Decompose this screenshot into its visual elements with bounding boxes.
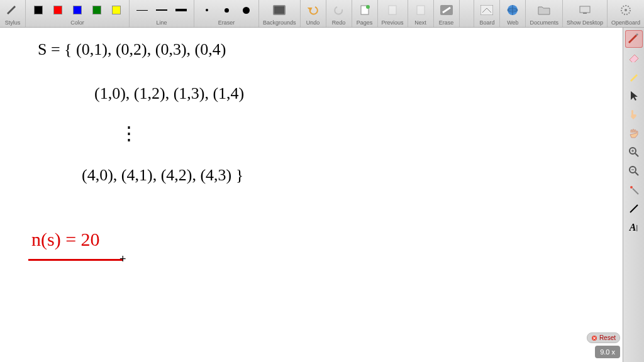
reset-label: Reset	[599, 334, 616, 341]
previous-button[interactable]	[384, 2, 401, 18]
color-black[interactable]	[30, 2, 47, 18]
undo-group: Undo	[301, 0, 326, 27]
redo-button[interactable]	[330, 2, 348, 18]
undo-button[interactable]	[304, 2, 322, 18]
board-button[interactable]	[478, 2, 496, 18]
eraser-tool[interactable]	[625, 49, 643, 67]
svg-rect-10	[580, 6, 590, 13]
svg-rect-7	[480, 5, 493, 15]
backgrounds-label: Backgrounds	[263, 19, 296, 26]
handwriting-result: n(s) = 20	[31, 229, 100, 250]
svg-point-16	[630, 186, 633, 189]
stylus-group: Stylus	[0, 0, 26, 27]
web-label: Web	[507, 19, 518, 26]
previous-group: Previous	[378, 0, 408, 27]
openboard-group: OpenBoard	[608, 0, 644, 27]
color-label: Color	[70, 19, 84, 26]
pages-label: Pages	[357, 19, 373, 26]
text-tool[interactable]: A|	[625, 219, 643, 236]
crosshair-cursor: +	[119, 253, 126, 266]
top-toolbar: Stylus Color Line Eraser Backgrounds	[0, 0, 644, 28]
zoom-indicator[interactable]: 9.0 x	[595, 346, 620, 358]
pointer-tool[interactable]	[625, 87, 643, 104]
line-group: Line	[130, 0, 194, 27]
eraser-size-group: Eraser	[194, 0, 259, 27]
handwriting-line-1: S = { (0,1), (0,2), (0,3), (0,4)	[38, 40, 226, 59]
color-group: Color	[26, 0, 130, 27]
line-medium[interactable]	[153, 2, 170, 18]
erase-button[interactable]	[438, 2, 455, 18]
stylus-pen-icon[interactable]	[4, 2, 21, 18]
next-label: Next	[414, 19, 426, 26]
red-underline	[28, 259, 123, 261]
eraser-label: Eraser	[218, 19, 235, 26]
pages-button[interactable]	[356, 2, 374, 18]
color-blue[interactable]	[69, 2, 86, 18]
reset-badge[interactable]: Reset	[587, 332, 620, 343]
svg-rect-1	[274, 6, 284, 14]
eraser-small[interactable]	[198, 2, 216, 18]
board-label: Board	[479, 19, 494, 26]
redo-label: Redo	[332, 19, 346, 26]
line-tool[interactable]	[625, 200, 643, 217]
eraser-large[interactable]	[237, 2, 255, 18]
hand-point-tool[interactable]	[625, 106, 643, 123]
svg-point-13	[625, 9, 627, 11]
laser-tool[interactable]	[625, 181, 643, 199]
zoom-in-tool[interactable]	[625, 143, 643, 161]
openboard-button[interactable]	[617, 2, 635, 18]
line-label: Line	[156, 19, 167, 26]
documents-group: Documents	[526, 0, 563, 27]
undo-label: Undo	[306, 19, 320, 26]
eraser-medium[interactable]	[218, 2, 235, 18]
web-group: Web	[500, 0, 526, 27]
color-green[interactable]	[88, 2, 106, 18]
line-thin[interactable]	[133, 2, 151, 18]
stylus-label: Stylus	[5, 19, 21, 26]
line-thick[interactable]	[172, 2, 190, 18]
next-group: Next	[408, 0, 434, 27]
next-button[interactable]	[412, 2, 430, 18]
grab-tool[interactable]	[625, 124, 643, 142]
close-icon	[591, 335, 597, 341]
web-button[interactable]	[504, 2, 521, 18]
openboard-label: OpenBoard	[611, 19, 640, 26]
erase-label: Erase	[439, 19, 454, 26]
color-yellow[interactable]	[108, 2, 125, 18]
right-toolbar: A|	[623, 28, 644, 362]
toolbar-spacer	[460, 0, 475, 27]
svg-rect-5	[417, 6, 425, 14]
svg-rect-4	[389, 6, 396, 14]
handwriting-line-2: (1,0), (1,2), (1,3), (1,4)	[94, 84, 244, 103]
backgrounds-group: Backgrounds	[259, 0, 301, 27]
zoom-out-tool[interactable]	[625, 162, 643, 180]
show-desktop-button[interactable]	[576, 2, 594, 18]
color-red[interactable]	[49, 2, 67, 18]
backgrounds-button[interactable]	[270, 2, 288, 18]
svg-rect-11	[583, 13, 587, 14]
show-desktop-group: Show Desktop	[563, 0, 608, 27]
handwriting-ellipsis: ⋮	[119, 122, 138, 144]
handwriting-line-3: (4,0), (4,1), (4,2), (4,3) }	[82, 166, 243, 185]
board-group: Board	[474, 0, 500, 27]
redo-group: Redo	[326, 0, 352, 27]
documents-label: Documents	[530, 19, 558, 26]
show-desktop-label: Show Desktop	[567, 19, 603, 26]
pen-tool[interactable]	[625, 30, 643, 48]
highlighter-tool[interactable]	[625, 68, 643, 85]
svg-point-3	[366, 5, 370, 9]
whiteboard-canvas[interactable]: S = { (0,1), (0,2), (0,3), (0,4) (1,0), …	[0, 28, 623, 362]
pages-group: Pages	[352, 0, 378, 27]
erase-group: Erase	[434, 0, 460, 27]
documents-button[interactable]	[535, 2, 553, 18]
previous-label: Previous	[382, 19, 404, 26]
